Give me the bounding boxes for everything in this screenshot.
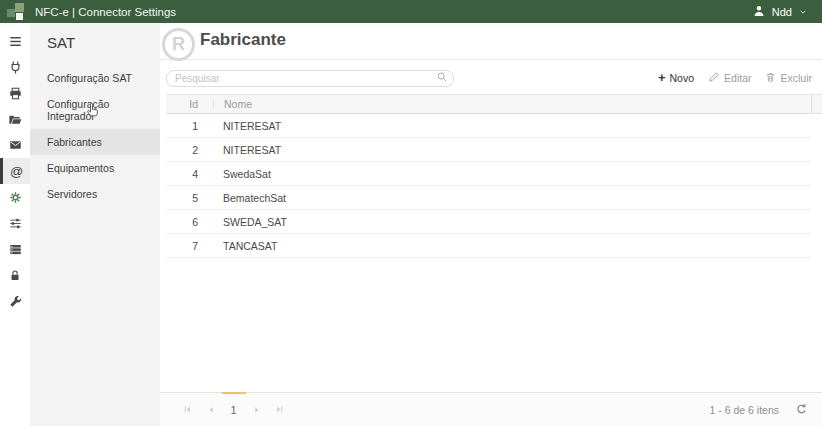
table-row[interactable]: 2 NITERESAT <box>166 138 811 162</box>
page-title: Fabricante <box>200 30 286 50</box>
page-number-button[interactable]: 1 <box>222 399 245 421</box>
current-page-indicator <box>222 392 246 394</box>
sidebar-item-configuracao-integrador[interactable]: Configuração Integrador <box>30 91 160 129</box>
user-name: Ndd <box>772 6 792 18</box>
page-header: R Fabricante <box>160 23 822 60</box>
printer-icon[interactable] <box>0 80 30 106</box>
table-row[interactable]: 1 NITERESAT <box>166 114 811 138</box>
table-row[interactable]: 6 SWEDA_SAT <box>166 210 811 234</box>
first-page-button[interactable] <box>176 399 199 421</box>
fabricante-grid: Id Nome 1 NITERESAT 2 NITERESAT 4 SwedaS… <box>166 94 822 258</box>
main-content: R Fabricante + Novo <box>160 23 822 426</box>
sidebar-item-servidores[interactable]: Servidores <box>30 181 160 207</box>
pager-right: 1 - 6 de 6 itens <box>710 403 808 416</box>
last-page-button[interactable] <box>268 399 291 421</box>
menu-icon[interactable] <box>0 28 30 54</box>
table-row[interactable]: 7 TANCASAT <box>166 234 811 258</box>
delete-button[interactable]: Excluir <box>765 71 812 85</box>
next-page-button[interactable] <box>245 399 268 421</box>
search-input[interactable] <box>166 70 454 87</box>
toolbar: + Novo Editar Excluir <box>166 68 812 87</box>
search-icon <box>436 71 448 83</box>
trash-icon <box>765 71 776 85</box>
icon-rail: @ <box>0 23 30 426</box>
pager: 1 1 - 6 de 6 itens <box>160 392 822 426</box>
plug-icon[interactable] <box>0 54 30 80</box>
sidebar: SAT Configuração SAT Configuração Integr… <box>30 23 160 426</box>
refresh-icon[interactable] <box>795 403 808 416</box>
grid-header-spacer <box>811 95 822 113</box>
server-icon[interactable] <box>0 236 30 262</box>
sliders-icon[interactable] <box>0 210 30 236</box>
user-menu[interactable]: Ndd <box>752 4 808 20</box>
ndd-logo-icon <box>7 2 27 22</box>
r-logo-badge: R <box>162 28 195 61</box>
folder-open-icon[interactable] <box>0 106 30 132</box>
previous-page-button[interactable] <box>199 399 222 421</box>
lock-icon[interactable] <box>0 262 30 288</box>
sidebar-item-fabricantes[interactable]: Fabricantes <box>30 129 160 155</box>
new-button[interactable]: + Novo <box>658 72 694 84</box>
column-header-nome[interactable]: Nome <box>213 98 811 110</box>
user-icon <box>752 4 766 20</box>
pager-info: 1 - 6 de 6 itens <box>710 404 779 416</box>
chevron-down-icon <box>798 6 808 18</box>
at-icon[interactable]: @ <box>0 158 30 184</box>
topbar: NFC-e | Connector Settings Ndd <box>0 0 822 23</box>
edit-button[interactable]: Editar <box>708 71 751 85</box>
table-row[interactable]: 5 BematechSat <box>166 186 811 210</box>
envelope-icon[interactable] <box>0 132 30 158</box>
sidebar-title: SAT <box>30 23 160 65</box>
search-box <box>166 68 454 87</box>
wrench-icon[interactable] <box>0 288 30 314</box>
column-header-id[interactable]: Id <box>166 98 213 110</box>
sidebar-item-equipamentos[interactable]: Equipamentos <box>30 155 160 181</box>
grid-header: Id Nome <box>166 94 822 114</box>
edit-pencil-icon <box>708 71 720 85</box>
r-logo-letter: R <box>172 34 185 55</box>
app-window: NFC-e | Connector Settings Ndd <box>0 0 822 426</box>
app-title: NFC-e | Connector Settings <box>35 6 176 18</box>
gear-icon[interactable] <box>0 184 30 210</box>
toolbar-actions: + Novo Editar Excluir <box>658 71 812 85</box>
sidebar-item-configuracao-sat[interactable]: Configuração SAT <box>30 65 160 91</box>
plus-icon: + <box>658 73 666 83</box>
table-row[interactable]: 4 SwedaSat <box>166 162 811 186</box>
